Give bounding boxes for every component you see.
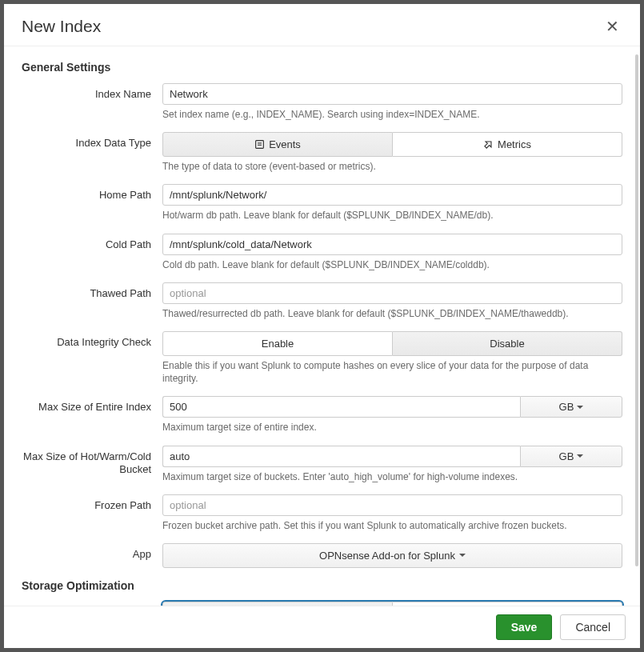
max-bucket-unit-label: GB — [559, 450, 574, 462]
tsidx-enable-button[interactable]: Enable Reduction — [162, 602, 393, 606]
help-data-type: The type of data to store (event-based o… — [162, 160, 622, 173]
max-bucket-unit-dropdown[interactable]: GB — [520, 446, 622, 467]
row-max-index: Max Size of Entire Index GB Maximum targ… — [22, 396, 622, 434]
help-home-path: Hot/warm db path. Leave blank for defaul… — [162, 209, 622, 222]
help-integrity: Enable this if you want Splunk to comput… — [162, 359, 622, 385]
modal-title: New Index — [22, 17, 101, 36]
integrity-toggle: Enable Disable — [162, 331, 622, 356]
row-max-bucket: Max Size of Hot/Warm/Cold Bucket GB Maxi… — [22, 446, 622, 483]
thawed-path-input[interactable] — [162, 282, 622, 304]
data-type-metrics-label: Metrics — [498, 138, 531, 150]
tsidx-disable-button[interactable]: Disable Reduction — [393, 602, 622, 606]
frozen-path-input[interactable] — [162, 494, 622, 516]
metrics-icon — [483, 139, 494, 150]
label-app: App — [22, 543, 162, 562]
close-button[interactable]: ✕ — [602, 15, 622, 38]
svg-rect-0 — [256, 141, 264, 149]
help-max-bucket: Maximum target size of buckets. Enter 'a… — [162, 470, 622, 483]
new-index-modal: New Index ✕ General Settings Index Name … — [4, 4, 640, 648]
row-frozen-path: Frozen Path Frozen bucket archive path. … — [22, 494, 622, 532]
label-index-name: Index Name — [22, 83, 162, 102]
data-type-metrics-button[interactable]: Metrics — [393, 132, 622, 157]
label-integrity: Data Integrity Check — [22, 331, 162, 350]
row-thawed-path: Thawed Path Thawed/resurrected db path. … — [22, 282, 622, 320]
integrity-disable-button[interactable]: Disable — [393, 331, 622, 356]
help-cold-path: Cold db path. Leave blank for default ($… — [162, 258, 622, 271]
max-index-input[interactable] — [162, 396, 520, 418]
label-max-bucket: Max Size of Hot/Warm/Cold Bucket — [22, 446, 162, 478]
row-app: App OPNsense Add-on for Splunk — [22, 543, 622, 568]
label-home-path: Home Path — [22, 184, 162, 202]
row-tsidx: Tsidx Retention Policy Enable Reduction … — [22, 602, 622, 606]
label-cold-path: Cold Path — [22, 234, 162, 252]
row-integrity: Data Integrity Check Enable Disable Enab… — [22, 331, 622, 385]
integrity-enable-button[interactable]: Enable — [162, 331, 393, 356]
label-frozen-path: Frozen Path — [22, 494, 162, 513]
label-tsidx: Tsidx Retention Policy — [22, 602, 162, 606]
index-name-input[interactable] — [162, 83, 622, 105]
max-index-unit-dropdown[interactable]: GB — [520, 396, 622, 418]
tsidx-toggle: Enable Reduction Disable Reduction — [162, 602, 622, 606]
caret-down-icon — [577, 406, 583, 409]
help-frozen-path: Frozen bucket archive path. Set this if … — [162, 519, 622, 532]
data-type-toggle: Events Metrics — [162, 132, 622, 157]
row-home-path: Home Path Hot/warm db path. Leave blank … — [22, 184, 622, 222]
help-index-name: Set index name (e.g., INDEX_NAME). Searc… — [162, 108, 622, 121]
label-max-index: Max Size of Entire Index — [22, 396, 162, 414]
caret-down-icon — [577, 454, 583, 458]
home-path-input[interactable] — [162, 184, 622, 206]
help-thawed-path: Thawed/resurrected db path. Leave blank … — [162, 307, 622, 320]
help-max-index: Maximum target size of entire index. — [162, 421, 622, 434]
app-dropdown[interactable]: OPNsense Add-on for Splunk — [162, 543, 622, 568]
cancel-button[interactable]: Cancel — [560, 614, 626, 640]
max-bucket-input[interactable] — [162, 446, 520, 467]
section-general-settings: General Settings — [22, 61, 622, 74]
label-thawed-path: Thawed Path — [22, 282, 162, 301]
max-index-unit-label: GB — [559, 401, 574, 413]
caret-down-icon — [459, 554, 466, 557]
app-value: OPNsense Add-on for Splunk — [319, 550, 455, 562]
modal-body[interactable]: General Settings Index Name Set index na… — [4, 46, 640, 606]
section-storage-optimization: Storage Optimization — [22, 579, 622, 592]
save-button[interactable]: Save — [496, 614, 553, 640]
modal-header: New Index ✕ — [4, 4, 640, 46]
row-data-type: Index Data Type Events Metrics The type … — [22, 132, 622, 173]
data-type-events-label: Events — [269, 138, 301, 150]
cold-path-input[interactable] — [162, 234, 622, 255]
modal-footer: Save Cancel — [4, 606, 640, 648]
row-cold-path: Cold Path Cold db path. Leave blank for … — [22, 234, 622, 271]
close-icon: ✕ — [606, 18, 619, 35]
label-data-type: Index Data Type — [22, 132, 162, 150]
events-icon — [254, 139, 265, 150]
row-index-name: Index Name Set index name (e.g., INDEX_N… — [22, 83, 622, 121]
data-type-events-button[interactable]: Events — [162, 132, 393, 157]
